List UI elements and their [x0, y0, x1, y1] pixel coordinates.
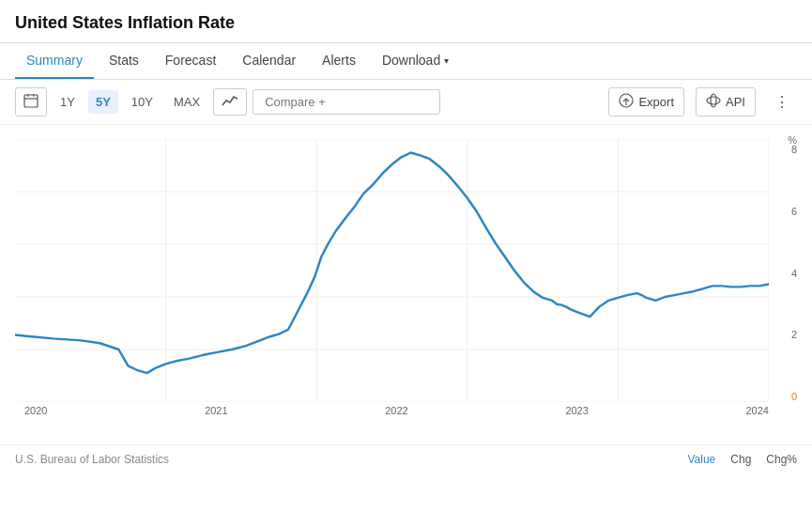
footer: U.S. Bureau of Labor Statistics Value Ch… — [0, 444, 812, 473]
time-1y-button[interactable]: 1Y — [53, 90, 83, 114]
chevron-down-icon: ▾ — [444, 55, 449, 66]
api-button[interactable]: API — [696, 87, 756, 116]
y-value-6: 6 — [791, 206, 797, 217]
export-icon — [619, 93, 634, 111]
calendar-icon — [23, 93, 38, 111]
toolbar: 1Y 5Y 10Y MAX Export — [0, 80, 812, 125]
svg-point-6 — [707, 97, 720, 104]
tab-calendar[interactable]: Calendar — [231, 43, 307, 79]
x-label-2024: 2024 — [746, 405, 769, 416]
chart-type-button[interactable] — [213, 88, 247, 116]
time-max-button[interactable]: MAX — [166, 90, 207, 114]
tab-forecast[interactable]: Forecast — [154, 43, 227, 79]
time-10y-button[interactable]: 10Y — [124, 90, 161, 114]
tab-stats[interactable]: Stats — [98, 43, 150, 79]
export-button[interactable]: Export — [608, 87, 684, 116]
x-label-2023: 2023 — [565, 405, 588, 416]
y-value-0: 0 — [791, 391, 797, 402]
page-title: United States Inflation Rate — [0, 0, 812, 42]
tab-download[interactable]: Download ▾ — [371, 43, 460, 79]
y-value-8: 8 — [791, 144, 797, 155]
api-icon — [706, 93, 721, 111]
x-label-2022: 2022 — [385, 405, 407, 416]
inflation-chart — [15, 139, 769, 402]
nav-tabs: Summary Stats Forecast Calendar Alerts D… — [0, 42, 812, 80]
chgpct-label[interactable]: Chg% — [766, 453, 797, 466]
tab-summary[interactable]: Summary — [15, 43, 94, 79]
svg-point-7 — [711, 94, 716, 107]
tab-alerts[interactable]: Alerts — [311, 43, 367, 79]
compare-input[interactable] — [253, 89, 440, 115]
source-label: U.S. Bureau of Labor Statistics — [15, 453, 169, 466]
calendar-button[interactable] — [15, 87, 47, 116]
value-label[interactable]: Value — [687, 453, 715, 466]
time-5y-button[interactable]: 5Y — [88, 90, 118, 114]
y-value-4: 4 — [791, 268, 797, 279]
svg-rect-0 — [24, 95, 38, 107]
more-options-button[interactable]: ⋮ — [767, 88, 797, 116]
x-label-2021: 2021 — [205, 405, 227, 416]
chart-area: % 8 6 4 2 0 2020 2021 — [0, 125, 812, 444]
chg-label[interactable]: Chg — [730, 453, 751, 466]
line-chart-icon — [222, 94, 238, 110]
y-value-2: 2 — [791, 329, 797, 340]
x-label-2020: 2020 — [24, 405, 47, 416]
